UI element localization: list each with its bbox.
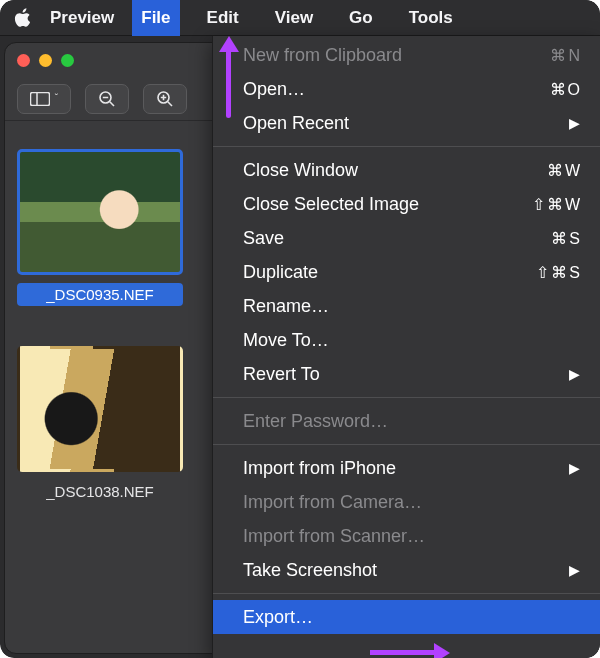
menu-item-save[interactable]: Save⌘S bbox=[213, 221, 600, 255]
menu-item-new-from-clipboard: New from Clipboard⌘N bbox=[213, 38, 600, 72]
menu-item-label: Close Selected Image bbox=[243, 194, 419, 215]
preview-sidebar-window: ˇ _DSC0935.NEF _DSC1038.NEF bbox=[4, 42, 224, 654]
apple-logo-icon[interactable] bbox=[14, 8, 32, 28]
menu-item-import-from-camera: Import from Camera… bbox=[213, 485, 600, 519]
menu-item-open-recent[interactable]: Open Recent▶ bbox=[213, 106, 600, 140]
close-window-icon[interactable] bbox=[17, 54, 30, 67]
menu-item-label: Open… bbox=[243, 79, 305, 100]
minimize-window-icon[interactable] bbox=[39, 54, 52, 67]
thumbnail-item[interactable]: _DSC1038.NEF bbox=[17, 346, 183, 507]
thumbnail-image bbox=[17, 346, 183, 472]
traffic-lights bbox=[17, 54, 74, 67]
thumbnail-filename: _DSC0935.NEF bbox=[17, 283, 183, 306]
view-mode-button[interactable]: ˇ bbox=[17, 84, 71, 114]
zoom-in-icon bbox=[156, 90, 174, 108]
menu-item-shortcut: ⇧⌘S bbox=[536, 263, 582, 282]
menu-file[interactable]: File bbox=[132, 0, 179, 36]
menu-item-label: Import from iPhone bbox=[243, 458, 396, 479]
svg-line-6 bbox=[168, 101, 172, 105]
menu-item-label: Import from Camera… bbox=[243, 492, 422, 513]
menu-item-label: Revert To bbox=[243, 364, 320, 385]
app-name[interactable]: Preview bbox=[50, 8, 114, 28]
menu-item-take-screenshot[interactable]: Take Screenshot▶ bbox=[213, 553, 600, 587]
menu-item-label: Move To… bbox=[243, 330, 329, 351]
menu-item-label: Save bbox=[243, 228, 284, 249]
menu-item-close-window[interactable]: Close Window⌘W bbox=[213, 153, 600, 187]
submenu-arrow-icon: ▶ bbox=[569, 562, 582, 578]
menu-view[interactable]: View bbox=[266, 0, 322, 36]
menu-item-revert-to[interactable]: Revert To▶ bbox=[213, 357, 600, 391]
zoom-in-button[interactable] bbox=[143, 84, 187, 114]
menu-edit[interactable]: Edit bbox=[198, 0, 248, 36]
menu-item-shortcut: ⌘W bbox=[547, 161, 582, 180]
menu-item-label: Import from Scanner… bbox=[243, 526, 425, 547]
menu-item-shortcut: ⌘O bbox=[550, 80, 582, 99]
sidebar-layout-icon bbox=[30, 92, 50, 106]
menu-item-shortcut: ⌘S bbox=[551, 229, 582, 248]
thumbnails-list: _DSC0935.NEF _DSC1038.NEF bbox=[5, 121, 223, 507]
thumbnail-filename: _DSC1038.NEF bbox=[17, 480, 183, 503]
menu-go[interactable]: Go bbox=[340, 0, 382, 36]
submenu-arrow-icon: ▶ bbox=[569, 460, 582, 476]
file-menu-dropdown: New from Clipboard⌘NOpen…⌘OOpen Recent▶C… bbox=[212, 36, 600, 658]
zoom-out-icon bbox=[98, 90, 116, 108]
chevron-down-icon: ˇ bbox=[55, 93, 58, 104]
menu-item-label: Close Window bbox=[243, 160, 358, 181]
system-menubar: Preview File Edit View Go Tools bbox=[0, 0, 600, 36]
zoom-out-button[interactable] bbox=[85, 84, 129, 114]
menu-item-label: Duplicate bbox=[243, 262, 318, 283]
menu-item-move-to[interactable]: Move To… bbox=[213, 323, 600, 357]
menu-item-import-from-scanner: Import from Scanner… bbox=[213, 519, 600, 553]
menu-separator bbox=[213, 593, 600, 594]
submenu-arrow-icon: ▶ bbox=[569, 115, 582, 131]
menu-item-rename[interactable]: Rename… bbox=[213, 289, 600, 323]
menu-item-label: Open Recent bbox=[243, 113, 349, 134]
menu-item-open[interactable]: Open…⌘O bbox=[213, 72, 600, 106]
menu-item-label: Take Screenshot bbox=[243, 560, 377, 581]
menu-item-label: Enter Password… bbox=[243, 411, 388, 432]
svg-line-3 bbox=[110, 101, 114, 105]
menu-item-label: Export… bbox=[243, 607, 313, 628]
thumbnail-image bbox=[17, 149, 183, 275]
menu-item-label: Rename… bbox=[243, 296, 329, 317]
window-titlebar bbox=[5, 43, 223, 77]
menu-item-close-selected-image[interactable]: Close Selected Image⇧⌘W bbox=[213, 187, 600, 221]
menu-item-duplicate[interactable]: Duplicate⇧⌘S bbox=[213, 255, 600, 289]
menu-tools[interactable]: Tools bbox=[400, 0, 462, 36]
menu-item-label: New from Clipboard bbox=[243, 45, 402, 66]
fullscreen-window-icon[interactable] bbox=[61, 54, 74, 67]
menu-separator bbox=[213, 397, 600, 398]
submenu-arrow-icon: ▶ bbox=[569, 366, 582, 382]
svg-rect-0 bbox=[30, 92, 49, 105]
menu-item-import-from-iphone[interactable]: Import from iPhone▶ bbox=[213, 451, 600, 485]
menu-separator bbox=[213, 444, 600, 445]
menu-item-shortcut: ⌘N bbox=[550, 46, 582, 65]
menu-separator bbox=[213, 146, 600, 147]
menu-item-export[interactable]: Export… bbox=[213, 600, 600, 634]
menu-item-enter-password: Enter Password… bbox=[213, 404, 600, 438]
thumbnail-item[interactable]: _DSC0935.NEF bbox=[17, 149, 183, 310]
menu-item-shortcut: ⇧⌘W bbox=[532, 195, 582, 214]
toolbar: ˇ bbox=[5, 77, 223, 121]
